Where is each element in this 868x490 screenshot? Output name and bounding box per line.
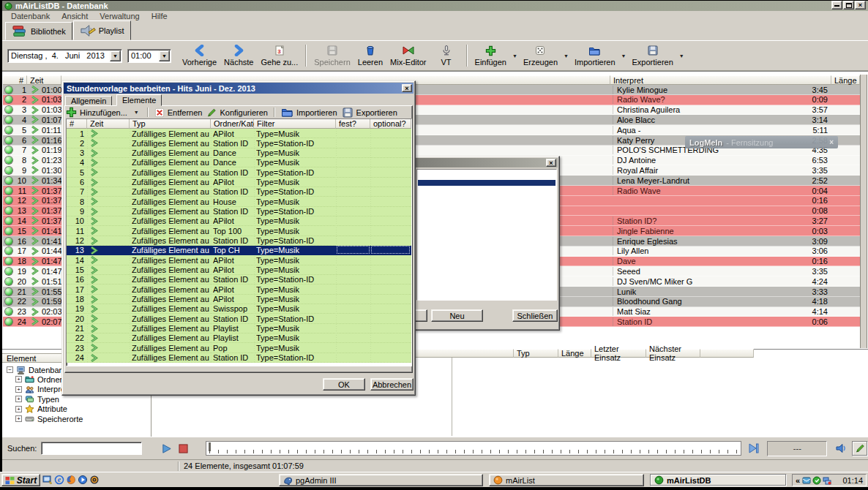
vorherige-button[interactable]: Vorherige bbox=[179, 42, 220, 69]
dialog-row[interactable]: 18Zufälliges Element aus ein...APilotTyp… bbox=[67, 295, 411, 304]
tab-bibliothek[interactable]: Bibliothek bbox=[5, 22, 72, 40]
dialog-row[interactable]: 8Zufälliges Element aus ein...HouseType=… bbox=[67, 197, 411, 206]
dialog-row[interactable]: 24Zufälliges Element aus ein...Station I… bbox=[67, 353, 411, 363]
browser-column-header-n-chster-einsatz[interactable]: Nächster Einsatz bbox=[646, 349, 700, 358]
browser-column-header-typ[interactable]: Typ bbox=[514, 349, 558, 358]
taskbar-task-pgadmin-iii[interactable]: pgAdmin III bbox=[279, 474, 483, 486]
expand-box[interactable]: + bbox=[15, 406, 22, 412]
browser-column-header-letzter-einsatz[interactable]: Letzter Einsatz bbox=[591, 349, 646, 358]
dialog-row[interactable]: 12Zufälliges Element aus ein...Station I… bbox=[67, 236, 411, 246]
gehe-zu-button[interactable]: 3Gehe zu... bbox=[257, 42, 302, 69]
einf-gen-button[interactable]: Einfügen bbox=[471, 42, 510, 69]
exportieren-button[interactable]: Exportieren bbox=[629, 42, 677, 69]
expand-box[interactable]: + bbox=[15, 376, 22, 382]
maximize-icon[interactable] bbox=[843, 1, 854, 10]
ok-button[interactable]: OK bbox=[323, 378, 365, 391]
browser-column-header[interactable] bbox=[700, 349, 754, 358]
show-desktop-icon[interactable] bbox=[42, 475, 53, 485]
minimize-icon[interactable] bbox=[831, 1, 842, 10]
speaker-icon[interactable] bbox=[836, 443, 848, 453]
dialog-row[interactable]: 5Zufälliges Element aus ein...Station ID… bbox=[67, 167, 411, 177]
dialog-row[interactable]: 4Zufälliges Element aus ein...DanceType=… bbox=[67, 158, 411, 167]
tree-item-ordner[interactable]: +Ordner bbox=[15, 374, 62, 384]
time-picker[interactable]: 01:00 ▼ bbox=[127, 49, 171, 63]
vt-button[interactable]: VT bbox=[430, 42, 463, 69]
chevron-down-icon[interactable]: ▼ bbox=[677, 53, 686, 59]
play-icon[interactable] bbox=[161, 443, 172, 454]
date-picker[interactable]: Dienstag , 4. Juni 2013 ▼ bbox=[7, 49, 122, 63]
dialog-tab-allgemein[interactable]: Allgemein bbox=[65, 96, 112, 106]
browser-splitter[interactable] bbox=[452, 358, 452, 436]
close-icon[interactable]: × bbox=[546, 159, 556, 167]
tree-item-interpret[interactable]: +Interpret bbox=[15, 385, 67, 394]
dialog-row[interactable]: 16Zufälliges Element aus ein...Station I… bbox=[67, 275, 411, 284]
tray-network-icon[interactable] bbox=[823, 476, 831, 485]
dialog-row[interactable]: 3Zufälliges Element aus ein...DanceType=… bbox=[67, 148, 411, 158]
menu-datenbank[interactable]: Datenbank bbox=[5, 12, 56, 20]
ie-icon[interactable]: e bbox=[54, 475, 64, 485]
dialog-row[interactable]: 17Zufälliges Element aus ein...APilotTyp… bbox=[67, 284, 411, 294]
tree-item-attribute[interactable]: +Attribute bbox=[15, 404, 67, 414]
tree-item-speicherorte[interactable]: +Speicherorte bbox=[15, 414, 83, 423]
dialog-row[interactable]: 6Zufälliges Element aus ein...APilotType… bbox=[67, 178, 411, 187]
position-slider[interactable] bbox=[206, 441, 741, 456]
menu-ansicht[interactable]: Ansicht bbox=[56, 12, 94, 20]
dialog-column-header-ordner-kate[interactable]: Ordner/Kate... bbox=[211, 119, 254, 129]
dialog-column-header-[interactable]: # bbox=[67, 119, 87, 129]
skip-end-icon[interactable] bbox=[748, 443, 760, 453]
abbrechen-button[interactable]: Abbrechen bbox=[370, 378, 414, 391]
tab-playlist[interactable]: Playlist bbox=[73, 20, 131, 40]
dialog-row[interactable]: 23Zufälliges Element aus ein...PopType=M… bbox=[67, 343, 411, 353]
secondary-dialog-list[interactable] bbox=[416, 169, 557, 301]
erzeugen-button[interactable]: Erzeugen bbox=[520, 42, 561, 69]
dialog-row[interactable]: 15Zufälliges Element aus ein...APilotTyp… bbox=[67, 265, 411, 275]
expand-box[interactable]: + bbox=[15, 415, 22, 422]
chevron-down-icon[interactable]: ▼ bbox=[110, 50, 121, 61]
mix-editor-button[interactable]: Mix-Editor bbox=[386, 42, 430, 69]
column-header-zeit[interactable]: Zeit bbox=[27, 75, 61, 85]
chevron-down-icon[interactable]: ▼ bbox=[561, 53, 571, 59]
dialog-column-header-filter[interactable]: Filter bbox=[254, 119, 336, 129]
dialog-row-selected[interactable]: 13Zufälliges Element aus ein...Top CHTyp… bbox=[67, 246, 411, 255]
n-chste-button[interactable]: Nächste bbox=[220, 42, 257, 69]
neu-button[interactable]: Neu bbox=[431, 309, 483, 322]
expand-box[interactable]: + bbox=[15, 386, 22, 393]
dialog-row[interactable]: 20Zufälliges Element aus ein...Station I… bbox=[67, 314, 411, 323]
vertical-scrollbar[interactable] bbox=[860, 75, 867, 348]
browser-column-header-l-nge[interactable]: Länge bbox=[558, 349, 591, 358]
dialog-row[interactable]: 7Zufälliges Element aus ein...Station ID… bbox=[67, 187, 411, 197]
hinzuf-gen-button[interactable]: Hinzufügen... bbox=[66, 107, 127, 118]
column-header-num[interactable]: # bbox=[3, 75, 27, 85]
dialog-row[interactable]: 22Zufälliges Element aus ein...PlaylistT… bbox=[67, 333, 411, 343]
tray-collapse-chevron[interactable]: « bbox=[796, 476, 800, 485]
dialog-row[interactable]: 21Zufälliges Element aus ein...PlaylistT… bbox=[67, 324, 411, 333]
stop-icon[interactable] bbox=[179, 444, 188, 453]
column-header-interpret[interactable]: Interpret bbox=[610, 75, 831, 85]
firefox-icon[interactable] bbox=[66, 475, 76, 485]
chevron-down-icon[interactable]: ▼ bbox=[510, 53, 520, 59]
cartwall-display[interactable]: --- bbox=[767, 441, 827, 456]
exportieren-button[interactable]: Exportieren bbox=[342, 107, 397, 118]
dialog-tab-elemente[interactable]: Elemente bbox=[116, 94, 162, 106]
entfernen-button[interactable]: Entfernen bbox=[154, 107, 203, 118]
close-icon[interactable]: × bbox=[829, 138, 834, 146]
dialog-column-header-fest[interactable]: fest? bbox=[336, 119, 370, 129]
dialog-column-header-typ[interactable]: Typ bbox=[130, 119, 211, 129]
taskbar-task-mairlist[interactable]: mAirList bbox=[489, 474, 644, 486]
importieren-button[interactable]: Importieren bbox=[571, 42, 619, 69]
dialog-row[interactable]: 11Zufälliges Element aus ein...Top 100Ty… bbox=[67, 226, 411, 235]
search-input[interactable] bbox=[41, 442, 142, 455]
tree-item-datenbank[interactable]: −Datenbank bbox=[7, 365, 67, 374]
schliessen-button[interactable]: Schließen bbox=[512, 309, 558, 322]
collapse-box[interactable]: − bbox=[7, 366, 13, 373]
dialog-row[interactable]: 19Zufälliges Element aus ein...SwisspopT… bbox=[67, 304, 411, 314]
chevron-down-icon[interactable]: ▼ bbox=[619, 53, 629, 59]
dialog-row[interactable]: 10Zufälliges Element aus ein...APilotTyp… bbox=[67, 216, 411, 226]
chevron-down-icon[interactable]: ▼ bbox=[159, 50, 170, 61]
menu-verwaltung[interactable]: Verwaltung bbox=[94, 12, 145, 20]
close-icon[interactable]: × bbox=[855, 1, 866, 10]
close-icon[interactable]: × bbox=[402, 84, 412, 92]
dialog-column-header-zeit[interactable]: Zeit bbox=[87, 119, 130, 129]
dialog-row[interactable]: 1Zufälliges Element aus ein...APilotType… bbox=[67, 129, 411, 138]
column-header-laenge[interactable]: Länge bbox=[831, 75, 860, 85]
